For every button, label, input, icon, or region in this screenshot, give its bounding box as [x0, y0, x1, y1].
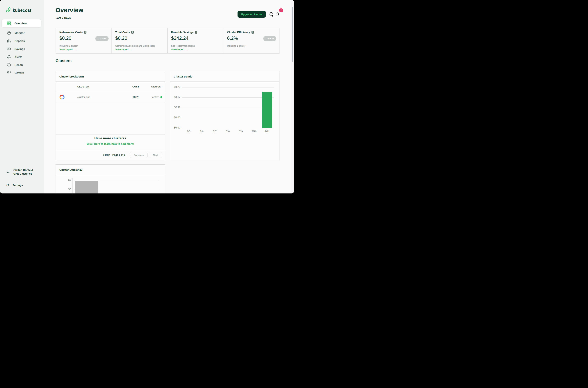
card-title: Kubernetes Costs: [59, 31, 83, 34]
pagination-summary: 1 item • Page 1 of 1: [103, 153, 125, 156]
cluster-breakdown-panel: Cluster breakdown CLUSTER COST STATUS cl…: [55, 71, 165, 160]
delta-pill: ↓ 0.00%: [263, 36, 276, 41]
upgrade-license-button[interactable]: Upgrade License: [237, 11, 266, 18]
info-icon[interactable]: i: [252, 31, 254, 34]
cluster-cost: $0.20: [133, 96, 139, 98]
column-header-cluster: CLUSTER: [77, 85, 89, 88]
sidebar-item-label: Health: [15, 63, 23, 66]
arrow-down-icon: ↓: [265, 37, 267, 40]
info-icon[interactable]: i: [131, 31, 134, 34]
y-axis-line: [72, 178, 73, 194]
sidebar-item-settings[interactable]: ⚙ Settings: [0, 181, 44, 189]
monitor-icon: [7, 31, 11, 35]
x-axis-tick-label: 7/8: [221, 130, 234, 133]
switch-context[interactable]: Switch Context GKE Cluster #1: [0, 169, 44, 175]
info-icon[interactable]: i: [84, 31, 86, 34]
gcp-provider-icon: [60, 95, 64, 100]
sidebar-item-reports[interactable]: Reports: [0, 37, 44, 45]
x-axis-tick-label: 7/6: [195, 130, 208, 133]
info-icon[interactable]: i: [195, 31, 197, 34]
previous-page-button[interactable]: Previous: [130, 152, 148, 158]
cluster-efficiency-chart: $0$0: [56, 175, 165, 194]
sidebar-item-label: Govern: [15, 71, 24, 74]
panel-title: Cluster breakdown: [56, 71, 165, 82]
gridline: [182, 97, 274, 98]
cluster-name: cluster-one: [77, 96, 90, 98]
view-report-link[interactable]: View report→: [59, 48, 77, 51]
card-kubernetes-costs: Kubernetes Costs i $0.20 ↓ 0.00% Includi…: [56, 28, 112, 53]
scrollbar-thumb[interactable]: [292, 7, 293, 62]
card-cluster-efficiency: Cluster Efficiency i 6.2% ↓ 0.00% Includ…: [223, 28, 279, 53]
panel-title: Cluster Efficiency: [56, 165, 165, 175]
card-subtitle: Combined Kubernetes and Cloud costs: [115, 45, 155, 47]
sidebar-item-label: Settings: [12, 184, 23, 187]
logo-text: kubecost: [13, 8, 31, 13]
trend-bar-7/11[interactable]: [262, 92, 272, 128]
kubecost-logo-icon: [6, 7, 11, 14]
notifications-bell-icon[interactable]: [275, 12, 280, 18]
current-context-value: GKE Cluster #1: [13, 172, 33, 175]
sidebar-item-monitor[interactable]: Monitor: [0, 29, 44, 37]
status-dot: [160, 96, 162, 98]
gridline: [182, 118, 274, 118]
sidebar-item-label: Alerts: [15, 55, 22, 58]
delta-pill: ↓ 0.00%: [95, 36, 108, 41]
card-title: Cluster Efficiency: [227, 31, 250, 34]
view-report-link[interactable]: View report→: [171, 48, 189, 51]
panel-title: Cluster trends: [170, 71, 279, 82]
column-header-status: STATUS: [151, 85, 161, 88]
view-report-link[interactable]: View report→: [115, 48, 133, 51]
gridline: [72, 180, 159, 180]
sidebar-item-label: Monitor: [15, 31, 25, 34]
gridline: [182, 108, 274, 108]
card-possible-savings: Possible Savings i $242.24 See Recommend…: [168, 28, 224, 53]
cluster-status: active: [152, 96, 162, 98]
efficiency-bar[interactable]: [75, 181, 98, 194]
table-row-cluster-one[interactable]: cluster-one $0.20 active: [56, 92, 165, 102]
sidebar-item-health[interactable]: Health: [0, 61, 44, 69]
sidebar-item-alerts[interactable]: Alerts: [0, 53, 44, 61]
clusters-section-heading: Clusters: [55, 58, 72, 63]
cluster-efficiency-panel: Cluster Efficiency $0$0: [55, 164, 165, 194]
card-subtitle: See Recommendations: [171, 45, 195, 47]
sidebar-item-label: Reports: [15, 39, 25, 43]
refresh-icon[interactable]: [269, 12, 274, 18]
x-axis-tick-label: 7/5: [182, 130, 195, 133]
bell-icon: [7, 55, 11, 59]
card-value: $242.24: [171, 35, 220, 41]
card-subtitle: Including 1 cluster: [227, 45, 245, 47]
next-page-button[interactable]: Next: [149, 152, 162, 158]
notification-count-badge: 2: [279, 8, 283, 12]
logo[interactable]: kubecost: [6, 7, 31, 14]
stat-cards-row: Kubernetes Costs i $0.20 ↓ 0.00% Includi…: [55, 27, 280, 53]
bar-chart-icon: [7, 39, 11, 43]
sidebar-item-overview[interactable]: Overview: [2, 19, 41, 27]
flags-icon: [7, 71, 11, 74]
x-axis-tick-label: 7/9: [234, 130, 248, 133]
sidebar-item-savings[interactable]: Savings: [0, 45, 44, 53]
gear-icon: ⚙: [6, 183, 9, 187]
grid-icon: [7, 22, 11, 25]
y-axis-tick-label: $0.00: [170, 126, 180, 129]
sidebar-item-govern[interactable]: Govern: [0, 69, 44, 77]
page-title: Overview: [55, 6, 83, 14]
date-range-label: Last 7 Days: [55, 16, 71, 19]
add-clusters-link[interactable]: Click Here to learn how to add more!: [56, 142, 165, 145]
cluster-trends-chart: $0.22$0.17$0.11$0.06$0.007/57/67/77/87/9…: [170, 82, 279, 160]
card-subtitle: Including 1 cluster: [59, 45, 78, 47]
arrow-right-icon: →: [74, 48, 77, 51]
y-axis-tick-label: $0.22: [170, 85, 180, 88]
scrollbar-track[interactable]: [291, 0, 294, 194]
arrow-down-icon: ↓: [98, 37, 99, 40]
card-total-costs: Total Costs i $0.20 Combined Kubernetes …: [112, 28, 168, 53]
y-axis-tick-label: $0: [62, 178, 71, 181]
more-clusters-prompt: Have more clusters?: [56, 137, 165, 140]
card-value: $0.20: [115, 35, 165, 41]
app-window: kubecost Overview Monitor: [0, 0, 294, 194]
health-icon: [7, 63, 11, 67]
y-axis-tick-label: $0.17: [170, 96, 180, 98]
x-axis-tick-label: 7/11: [261, 130, 274, 133]
sidebar-item-label: Savings: [15, 47, 25, 50]
y-axis-tick-label: $0.06: [170, 116, 180, 119]
switch-context-label: Switch Context: [13, 169, 33, 171]
